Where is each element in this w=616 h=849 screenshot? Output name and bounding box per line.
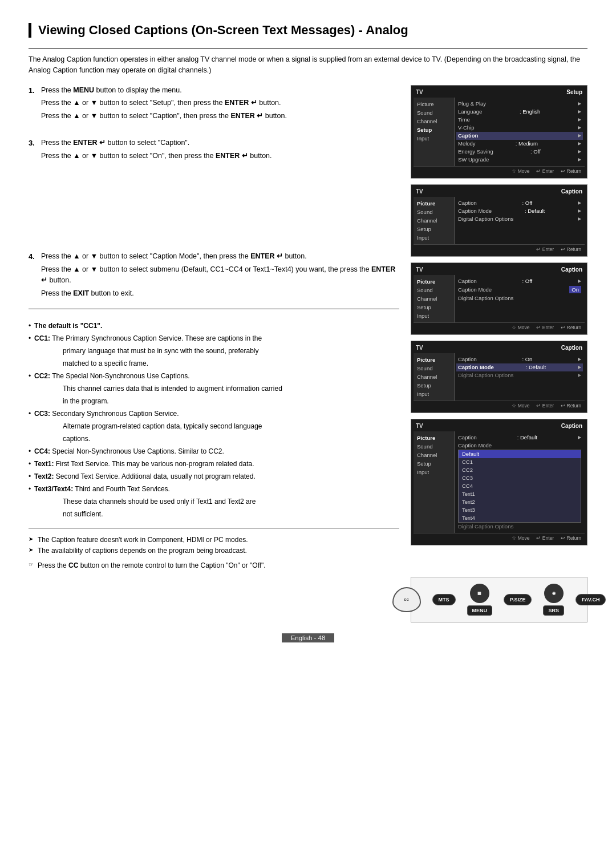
tv-row-captionmode3: Caption Mode On xyxy=(458,285,581,294)
bullet-divider xyxy=(29,309,399,309)
tv-footer-4: ☆ Move ↵ Enter ↩ Return xyxy=(414,401,585,410)
tv-content-2: Caption: Off▶ Caption Mode: Default▶ Dig… xyxy=(455,197,585,244)
footer-move-3: ☆ Move xyxy=(512,325,529,330)
bullet-cc1: CC1: The Primary Synchronous Caption Ser… xyxy=(29,333,399,343)
bullet-cc4: CC4: Special Non-Synchronous Use Caption… xyxy=(29,446,399,456)
bullet-cc3: CC3: Secondary Synchronous Caption Servi… xyxy=(29,409,399,419)
sidebar-channel-4: Channel xyxy=(414,373,454,381)
tv-sidebar-1: Picture Sound Channel Setup Input xyxy=(414,98,455,166)
bullet-text34: Text3/Text4: Third and Fourth Text Servi… xyxy=(29,484,399,494)
footer-enter-2: ↵ Enter xyxy=(536,246,554,252)
sidebar-setup-1: Setup xyxy=(414,126,454,134)
step-3-num: 3. xyxy=(29,138,37,164)
main-layout: 1. Press the MENU button to display the … xyxy=(29,85,587,571)
menu-label-5: Caption xyxy=(561,423,582,429)
submenu-text3: Text3 xyxy=(459,506,581,514)
tv-screen-2-header: TV Caption xyxy=(414,187,585,197)
tv-screen-1: TV Setup Picture Sound Channel Setup Inp… xyxy=(411,85,587,179)
step-3: 3. Press the ENTER ↵ button to select "C… xyxy=(29,138,399,164)
remote-btn-psize[interactable]: P.SIZE xyxy=(504,594,532,605)
menu-label-2: Caption xyxy=(561,188,582,195)
step-1-line-3: Press the ▲ or ▼ button to select "Capti… xyxy=(41,111,399,122)
tv-content-4: Caption: On▶ Caption Mode: Default▶ Digi… xyxy=(455,353,585,401)
submenu-cc4: CC4 xyxy=(459,482,581,490)
tv-sidebar-5: Picture Sound Channel Setup Input xyxy=(414,431,455,533)
submenu-cc3: CC3 xyxy=(459,474,581,482)
sidebar-setup-2: Setup xyxy=(414,225,454,233)
sidebar-setup-5: Setup xyxy=(414,459,454,468)
tv-row-caption2: Caption: Off▶ xyxy=(458,199,581,207)
step-1-num: 1. xyxy=(29,85,37,124)
bullet-cc3-sub2: captions. xyxy=(29,434,399,444)
tv-screen-3-inner: Picture Sound Channel Setup Input Captio… xyxy=(414,275,585,322)
tv-content-3: Caption: Off▶ Caption Mode On Digital Ca… xyxy=(455,275,585,322)
note-1: The Caption feature doesn't work in Comp… xyxy=(29,535,399,545)
step-4-num: 4. xyxy=(29,251,37,301)
tv-content-5: Caption: Default▶ Caption Mode Default C… xyxy=(455,431,585,533)
tv-footer-5: ☆ Move ↵ Enter ↩ Return xyxy=(414,533,585,543)
remote-btn-favch[interactable]: FAV.CH xyxy=(576,594,606,605)
submenu-text2: Text2 xyxy=(459,498,581,506)
tv-footer-1: ☆ Move ↵ Enter ↩ Return xyxy=(414,166,585,176)
page-footer: English - 48 xyxy=(29,634,587,642)
step-4-line-1: Press the ▲ or ▼ button to select "Capti… xyxy=(41,251,399,262)
title-divider xyxy=(29,48,587,48)
page-title-bar: Viewing Closed Captions (On-Screen Text … xyxy=(29,23,587,38)
footer-enter-3: ↵ Enter xyxy=(536,325,554,330)
tv-sidebar-3: Picture Sound Channel Setup Input xyxy=(414,275,455,322)
footer-move-1: ☆ Move xyxy=(512,168,529,174)
submenu-text1: Text1 xyxy=(459,490,581,498)
remote-key-srs: ◉ SRS xyxy=(543,584,564,616)
remote-key-cc: cc xyxy=(392,587,421,612)
submenu-text4: Text4 xyxy=(459,514,581,522)
notes-section: The Caption feature doesn't work in Comp… xyxy=(29,528,399,571)
tv-row-captionmode5: Caption Mode xyxy=(458,442,581,450)
bullet-cc1-sub: primary language that must be in sync wi… xyxy=(29,346,399,356)
tv-row-caption4: Caption: On▶ xyxy=(458,355,581,363)
remote-btn-mts[interactable]: MTS xyxy=(432,594,456,605)
footer-return-4: ↩ Return xyxy=(561,403,581,409)
sidebar-picture-3: Picture xyxy=(414,277,454,286)
bullet-text2: Text2: Second Text Service. Additional d… xyxy=(29,471,399,482)
bullet-cc3-sub: Alternate program-related caption data, … xyxy=(29,421,399,431)
step-3-line-2: Press the ▲ or ▼ button to select "On", … xyxy=(41,151,399,161)
sidebar-sound-2: Sound xyxy=(414,208,454,216)
step-1-content: Press the MENU button to display the men… xyxy=(41,85,399,124)
bullet-cc1-sub2: matched to a specific frame. xyxy=(29,358,399,369)
tv-row-dco4: Digital Caption Options▶ xyxy=(458,371,581,379)
sidebar-setup-3: Setup xyxy=(414,303,454,312)
remote-cc-label: cc xyxy=(404,597,409,602)
remote-box: cc MTS ▦ MENU P.SIZE ◉ SRS FAV. xyxy=(411,577,587,622)
note-2: The availability of captions depends on … xyxy=(29,545,399,556)
sidebar-channel-5: Channel xyxy=(414,451,454,459)
bullet-cc2-sub: This channel carries data that is intend… xyxy=(29,383,399,394)
bullet-default: The default is "CC1". xyxy=(29,321,399,331)
remote-area: cc MTS ▦ MENU P.SIZE ◉ SRS FAV. xyxy=(29,577,587,622)
remote-btn-menu[interactable]: MENU xyxy=(467,605,493,616)
sidebar-picture-5: Picture xyxy=(414,434,454,442)
tv-screen-2-inner: Picture Sound Channel Setup Input Captio… xyxy=(414,197,585,244)
sidebar-sound-4: Sound xyxy=(414,364,454,373)
sidebar-input-5: Input xyxy=(414,468,454,476)
tv-row-plug: Plug & Play▶ xyxy=(458,100,581,108)
footer-return-5: ↩ Return xyxy=(561,535,581,541)
bottom-section: The default is "CC1". CC1: The Primary S… xyxy=(29,321,399,571)
tv-row-dco3: Digital Caption Options xyxy=(458,294,581,302)
bullet-cc2-sub2: in the program. xyxy=(29,396,399,406)
footer-move-4: ☆ Move xyxy=(512,403,529,409)
sidebar-input-2: Input xyxy=(414,233,454,242)
footer-enter-1: ↵ Enter xyxy=(536,168,554,174)
sidebar-input-3: Input xyxy=(414,312,454,320)
note-cc: Press the CC button on the remote contro… xyxy=(29,560,399,571)
tv-sidebar-4: Picture Sound Channel Setup Input xyxy=(414,353,455,401)
bullet-text34-sub2: not sufficient. xyxy=(29,509,399,519)
footer-enter-4: ↵ Enter xyxy=(536,403,554,409)
submenu-cc1: CC1 xyxy=(459,458,581,466)
tv-label-3: TV xyxy=(416,266,423,273)
sidebar-sound-5: Sound xyxy=(414,442,454,451)
sidebar-picture-1: Picture xyxy=(414,100,454,108)
remote-key-menu: ▦ MENU xyxy=(467,584,493,616)
tv-row-lang: Language: English▶ xyxy=(458,108,581,116)
page-title: Viewing Closed Captions (On-Screen Text … xyxy=(38,23,587,38)
remote-btn-srs[interactable]: SRS xyxy=(543,605,564,616)
